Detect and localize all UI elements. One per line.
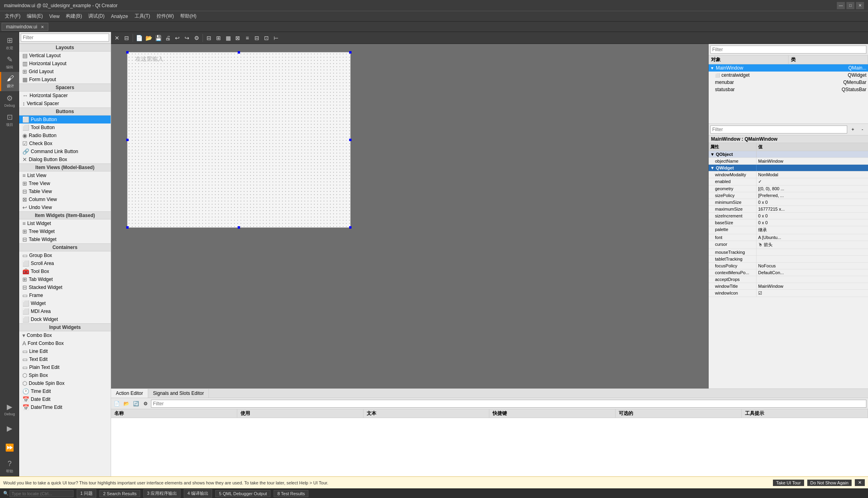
menu-debug[interactable]: 调试(D) (85, 12, 108, 20)
canvas-new-btn[interactable]: 📄 (135, 34, 143, 42)
widget-item-table-view[interactable]: ⊟ Table View (19, 187, 111, 195)
props-row-palette[interactable]: palette 继承 (709, 226, 868, 234)
widget-item-mdi-area[interactable]: ⬜ MDI Area (19, 307, 111, 315)
widget-item-font-combo-box[interactable]: A Font Combo Box (19, 339, 111, 347)
menu-tools[interactable]: 工具(T) (131, 12, 153, 20)
sidebar-item-debug2[interactable]: ▶ Debug (0, 400, 19, 419)
props-row-maxsize[interactable]: maximumSize 16777215 x... (709, 206, 868, 213)
widget-item-group-box[interactable]: ▭ Group Box (19, 251, 111, 259)
props-row-sizeincrement[interactable]: sizeIncrement 0 x 0 (709, 213, 868, 219)
handle-bc[interactable] (238, 226, 240, 229)
widget-item-plain-text-edit[interactable]: ▭ Plain Text Edit (19, 363, 111, 371)
sidebar-item-welcome[interactable]: ⊞ 欢迎 (0, 34, 19, 53)
minimize-button[interactable]: — (837, 2, 845, 9)
canvas-align6-btn[interactable]: ⊟ (252, 34, 261, 42)
widget-item-datetime-edit[interactable]: 📅 Date/Time Edit (19, 403, 111, 411)
canvas-align-btn[interactable]: ⊟ (205, 34, 213, 42)
status-tab-test[interactable]: 8 Test Results (274, 490, 308, 497)
object-filter-input[interactable] (710, 46, 866, 54)
widget-item-frame[interactable]: ▭ Frame (19, 291, 111, 299)
canvas-split-btn[interactable]: ⊟ (122, 34, 131, 42)
props-row-windowtitle[interactable]: windowTitle MainWindow (709, 283, 868, 290)
handle-tc[interactable] (238, 51, 240, 54)
status-tab-qml-debug[interactable]: 5 QML Debugger Output (215, 490, 270, 497)
widget-item-list-widget[interactable]: ≡ List Widget (19, 219, 111, 227)
bottom-filter-input[interactable] (151, 400, 866, 408)
widget-item-grid-layout[interactable]: ⊞ Grid Layout (19, 68, 111, 76)
sidebar-item-run[interactable]: ▶ (0, 419, 19, 438)
widget-item-tool-button[interactable]: ⬜ Tool Button (19, 124, 111, 131)
handle-mr[interactable] (349, 139, 352, 141)
props-row-geometry[interactable]: geometry [(0, 0), 800 ... (709, 185, 868, 192)
widget-item-double-spin-box[interactable]: ⬡ Double Spin Box (19, 379, 111, 387)
object-tree-item-centralwidget[interactable]: ⬜ centralwidget QWidget (709, 72, 868, 79)
widget-item-text-edit[interactable]: ▭ Text Edit (19, 355, 111, 363)
object-tree-item-mainwindow[interactable]: ▼ MainWindow QMain... (709, 64, 868, 72)
widget-item-dock-widget[interactable]: ⬜ Dock Widget (19, 315, 111, 323)
props-row-mousetracking[interactable]: mouseTracking (709, 249, 868, 256)
object-tree-item-statusbar[interactable]: statusbar QStatusBar (709, 86, 868, 93)
canvas-save-btn[interactable]: 💾 (154, 34, 163, 42)
action-new-btn[interactable]: 📄 (113, 400, 121, 408)
handle-bl[interactable] (126, 226, 129, 229)
widget-item-tree-widget[interactable]: ⊞ Tree Widget (19, 227, 111, 235)
widget-item-stacked-widget[interactable]: ⊟ Stacked Widget (19, 283, 111, 291)
status-tab-search[interactable]: 2 Search Results (99, 490, 140, 497)
props-row-windowmodality[interactable]: windowModality NonModal (709, 171, 868, 178)
action-refresh-btn[interactable]: 🔄 (132, 400, 140, 408)
sidebar-item-design[interactable]: 🖌 设计 (0, 72, 19, 91)
props-row-font[interactable]: font A [Ubuntu... (709, 234, 868, 241)
props-remove-btn[interactable]: - (858, 125, 866, 133)
tab-action-editor[interactable]: Action Editor (111, 389, 148, 398)
props-row-acceptdrops[interactable]: acceptDrops (709, 276, 868, 283)
widget-item-column-view[interactable]: ⊠ Column View (19, 195, 111, 203)
widget-item-form-layout[interactable]: ▦ Form Layout (19, 76, 111, 84)
widget-item-list-view[interactable]: ≡ List View (19, 171, 111, 179)
sidebar-item-help[interactable]: ? 帮助 (0, 457, 19, 476)
props-row-sizepolicy[interactable]: sizePolicy [Preferred, ... (709, 192, 868, 199)
sidebar-item-build-run[interactable]: ⏩ (0, 438, 19, 457)
tab-close-icon[interactable]: ✕ (41, 25, 44, 29)
menu-build[interactable]: 构建(B) (63, 12, 85, 20)
handle-tl[interactable] (126, 51, 129, 54)
menu-controls[interactable]: 控件(W) (153, 12, 177, 20)
canvas-undo-btn[interactable]: ↩ (173, 34, 182, 42)
props-row-contextmenu[interactable]: contextMenuPo... DefaultCon... (709, 269, 868, 276)
widget-item-radio-button[interactable]: ◉ Radio Button (19, 131, 111, 139)
canvas-align7-btn[interactable]: ⊡ (262, 34, 271, 42)
widget-item-tree-view[interactable]: ⊞ Tree View (19, 179, 111, 187)
widget-item-command-link-button[interactable]: 🔗 Command Link Button (19, 147, 111, 155)
widget-item-tool-box[interactable]: 🧰 Tool Box (19, 267, 111, 275)
take-tour-button[interactable]: Take UI Tour (773, 480, 804, 486)
canvas-redo-btn[interactable]: ↪ (183, 34, 191, 42)
tab-mainwindow[interactable]: mainwindow.ui ✕ (2, 23, 48, 31)
sidebar-item-debug[interactable]: ⚙ Debug (0, 91, 19, 110)
canvas-widget[interactable]: 在这里输入 (127, 52, 351, 228)
props-row-minsize[interactable]: minimumSize 0 x 0 (709, 199, 868, 206)
action-folder-btn[interactable]: 📂 (122, 400, 130, 408)
menu-view[interactable]: View (46, 13, 63, 20)
widget-item-combo-box[interactable]: ▾ Combo Box (19, 331, 111, 339)
do-not-show-button[interactable]: Do Not Show Again (807, 480, 852, 486)
props-row-tablettracking[interactable]: tabletTracking (709, 256, 868, 263)
canvas-align4-btn[interactable]: ⊠ (233, 34, 242, 42)
handle-tr[interactable] (349, 51, 352, 54)
handle-ml[interactable] (126, 139, 129, 141)
status-tab-app-output[interactable]: 3 应用程序输出 (143, 489, 181, 498)
menu-help[interactable]: 帮助(H) (177, 12, 200, 20)
props-add-btn[interactable]: + (849, 125, 857, 133)
widget-item-time-edit[interactable]: 🕐 Time Edit (19, 387, 111, 395)
status-tab-compile[interactable]: 4 编译输出 (184, 489, 212, 498)
widget-item-dialog-button-box[interactable]: ✕ Dialog Button Box (19, 155, 111, 163)
widget-item-horizontal-layout[interactable]: ▥ Horizontal Layout (19, 60, 111, 68)
widget-item-spin-box[interactable]: ⬡ Spin Box (19, 371, 111, 379)
canvas-gear-btn[interactable]: ⚙ (192, 34, 201, 42)
canvas-align8-btn[interactable]: ⊢ (272, 34, 280, 42)
props-row-enabled[interactable]: enabled ✓ (709, 178, 868, 185)
menu-analyze[interactable]: Analyze (108, 13, 131, 20)
props-row-cursor[interactable]: cursor 🖱 箭头 (709, 241, 868, 249)
maximize-button[interactable]: □ (846, 2, 854, 9)
canvas-align5-btn[interactable]: ≡ (243, 34, 252, 42)
canvas-print-btn[interactable]: 🖨 (163, 34, 172, 42)
props-row-basesize[interactable]: baseSize 0 x 0 (709, 219, 868, 226)
